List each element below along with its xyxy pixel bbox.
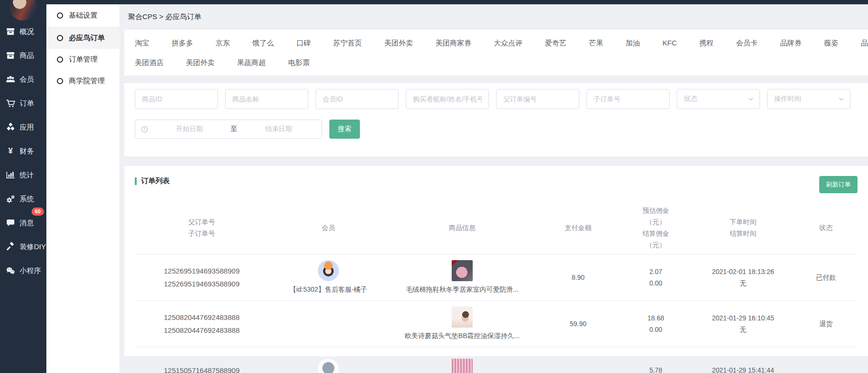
submenu-item-order-management[interactable]: 订单管理 (46, 49, 119, 70)
cell-commission: 5.78 (620, 364, 692, 373)
header-order-no: 父订单号子订单号 (135, 216, 269, 239)
tab-brand-coupon[interactable]: 品牌券 (780, 39, 802, 48)
tab-iqiyi[interactable]: 爱奇艺 (545, 39, 566, 48)
title-accent-bar (135, 177, 137, 185)
cell-pay-amount: 8.90 (536, 272, 620, 283)
tab-kfc[interactable]: KFC (662, 39, 677, 48)
tab-row-2: 美团酒店 美团外卖 果蔬商超 电影票 (135, 58, 857, 67)
tab-weizi[interactable]: 薇姿 (824, 39, 838, 48)
header-pay-amount: 支付金额 (536, 222, 620, 233)
sidebar-item-messages[interactable]: 消息 60 (0, 211, 46, 235)
member-avatar (318, 359, 339, 373)
sidebar-item-orders[interactable]: 订单 (0, 91, 46, 115)
parent-order-input[interactable] (496, 89, 579, 109)
refresh-orders-button[interactable]: 刷新订单 (819, 176, 857, 193)
circle-icon (57, 35, 63, 41)
header-member: 会员 (269, 222, 388, 233)
tab-brand-coupon-api[interactable]: 品牌券（接口） (861, 39, 868, 48)
status-badge: 已付款 (794, 272, 857, 283)
date-separator: 至 (231, 125, 238, 133)
member-avatar (318, 260, 339, 281)
date-filter-row: 开始日期 至 结束日期 搜索 (135, 120, 857, 139)
sidebar-item-finance[interactable]: ¥ 财务 (0, 139, 46, 163)
filter-card: 状态 操作时间 开始日期 至 结束日期 搜索 (124, 83, 868, 156)
tab-jiayou[interactable]: 加油 (626, 39, 640, 48)
member-id-input[interactable] (315, 89, 399, 109)
start-date-input[interactable]: 开始日期 (152, 125, 227, 133)
submenu-item-academy-management[interactable]: 商学院管理 (46, 70, 119, 92)
tab-dianping[interactable]: 大众点评 (494, 39, 522, 48)
message-badge: 60 (32, 208, 44, 216)
tab-grocery[interactable]: 果蔬商超 (237, 58, 266, 67)
product-name-input[interactable] (225, 89, 308, 109)
sidebar-item-overview[interactable]: 概况 (0, 20, 46, 44)
date-range-picker[interactable]: 开始日期 至 结束日期 (135, 120, 322, 139)
tab-meituan-waimai-2[interactable]: 美团外卖 (186, 58, 215, 67)
sidebar-item-stats[interactable]: 统计 (0, 163, 46, 187)
table-row: 1252695194693588909 1252695194693588909 … (135, 254, 857, 301)
submenu-item-label: 基础设置 (69, 11, 98, 20)
breadcrumb: 聚合CPS > 必应鸟订单 (119, 4, 868, 30)
cell-member (269, 359, 388, 373)
tab-suning[interactable]: 苏宁首页 (333, 39, 362, 48)
operate-time-select-label: 操作时间 (774, 95, 801, 103)
header-time: 下单时间结算时间 (692, 216, 794, 239)
tab-meituan-coupon[interactable]: 美团商家券 (435, 39, 471, 48)
tab-koubei[interactable]: 口碑 (296, 39, 311, 48)
tab-eleme[interactable]: 饿了么 (252, 39, 274, 48)
status-badge: 退货 (794, 318, 857, 329)
tab-meituan-hotel[interactable]: 美团酒店 (135, 58, 163, 67)
product-id-input[interactable] (135, 89, 218, 109)
cell-product: 毛绒棉拖鞋秋冬季居家室内可爱防滑... (388, 260, 536, 295)
tab-pinduoduo[interactable]: 拼多多 (172, 39, 193, 48)
tab-movie-tickets[interactable]: 电影票 (288, 58, 310, 67)
members-icon (6, 75, 15, 84)
sidebar-item-goods[interactable]: 商品 (0, 44, 46, 67)
tab-membership-card[interactable]: 会员卡 (736, 39, 758, 48)
search-button[interactable]: 搜索 (329, 120, 360, 139)
sidebar-item-members[interactable]: 会员 (0, 67, 46, 91)
header-status: 状态 (794, 222, 857, 233)
submenu-item-basic-settings[interactable]: 基础设置 (46, 4, 119, 27)
cell-time: 2021-01-29 16:10:45无 (692, 312, 794, 335)
tab-taobao[interactable]: 淘宝 (135, 39, 149, 48)
cell-time: 2021-02-01 18:13:26无 (692, 266, 794, 289)
tab-ctrip[interactable]: 携程 (699, 39, 714, 48)
sidebar-item-apps[interactable]: 应用 (0, 115, 46, 139)
sidebar-item-diy[interactable]: 装修DIY (0, 235, 46, 259)
operate-time-select[interactable]: 操作时间 (767, 89, 850, 109)
tab-jd[interactable]: 京东 (216, 39, 230, 48)
secondary-sidebar: 基础设置 必应鸟订单 订单管理 商学院管理 (46, 4, 119, 373)
table-row: 1250820447692483888 1250820447692483888 … (135, 301, 857, 347)
cell-order-no: 1250820447692483888 1250820447692483888 (135, 311, 269, 337)
table-row: 1251505716487588909 5.78 2021-01-29 15:4… (135, 347, 857, 373)
stats-icon (6, 170, 15, 180)
tab-mango[interactable]: 芒果 (589, 39, 603, 48)
system-icon (6, 194, 15, 204)
miniprogram-icon (6, 266, 15, 275)
submenu-item-bingbird-orders[interactable]: 必应鸟订单 (46, 27, 119, 49)
tab-row-1: 淘宝 拼多多 京东 饿了么 口碑 苏宁首页 美团外卖 美团商家券 大众点评 爱奇… (135, 39, 857, 48)
sidebar-item-label: 会员 (20, 75, 34, 84)
status-select-label: 状态 (684, 95, 697, 103)
user-avatar[interactable] (9, 0, 37, 21)
sidebar-item-label: 商品 (20, 51, 34, 60)
buyer-input[interactable] (406, 89, 489, 109)
cell-member: 【id:5302】售后客服-橘子 (269, 260, 388, 295)
end-date-input[interactable]: 结束日期 (241, 125, 316, 133)
cell-pay-amount: 59.90 (536, 318, 620, 329)
sidebar-item-label: 消息 (20, 219, 34, 228)
tab-meituan-waimai[interactable]: 美团外卖 (384, 39, 413, 48)
product-image (452, 359, 473, 373)
status-select[interactable]: 状态 (677, 89, 760, 109)
sidebar-item-label: 装修DIY (20, 242, 46, 252)
child-order-input[interactable] (586, 89, 670, 109)
circle-icon (57, 56, 63, 63)
header-product: 商品信息 (388, 222, 536, 233)
clock-icon (141, 126, 148, 133)
apps-icon (6, 122, 15, 132)
header-commission: 预估佣金（元） 结算佣金（元） (620, 205, 692, 251)
circle-icon (57, 12, 63, 19)
sidebar-item-miniprogram[interactable]: 小程序 (0, 259, 46, 283)
table-header: 父订单号子订单号 会员 商品信息 支付金额 预估佣金（元） 结算佣金（元） 下单… (135, 201, 857, 254)
